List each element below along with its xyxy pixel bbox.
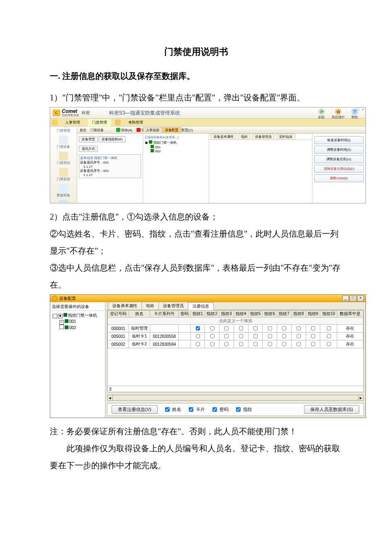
checkbox-icon[interactable] [327,342,331,346]
checkbox-icon[interactable] [297,326,301,330]
checkbox-icon[interactable] [239,342,243,346]
collapse-icon[interactable]: - [53,314,57,318]
tree-tab-device[interactable]: 设备配置 [162,127,181,133]
chip-comm[interactable]: 通讯方式 [79,146,98,152]
col-db[interactable]: 数据库中是 [337,311,363,318]
scroll-right-icon[interactable]: ▸ [358,395,363,401]
btn-adjust-screen[interactable]: 调整设备页面(U) [314,155,364,163]
col-fp9[interactable]: 指纹9 [306,311,320,318]
tab-register-info[interactable]: 注册信息 [188,302,214,310]
table-row[interactable]: 000001临时管理存在 [108,325,363,333]
checkbox-icon[interactable] [224,326,229,330]
add-button[interactable]: 添加(A) [116,128,132,132]
chip-dev-type[interactable]: 设备类型 [79,136,98,142]
checkbox-icon[interactable] [224,342,229,346]
check-pwd[interactable]: 密码 [211,406,229,413]
checkbox-icon[interactable] [59,325,64,329]
checkbox-icon[interactable] [210,334,214,338]
chip-dev-name[interactable]: 设备指纹机M1 [99,136,126,142]
check-card[interactable]: 卡片 [187,406,205,413]
tab-attendance[interactable]: 考勤管理 [124,119,147,126]
col-fp2[interactable]: 指纹2 [205,311,219,318]
checkbox-icon[interactable] [253,342,258,346]
btn-adjust-usb[interactable]: 调整USB(B) [314,174,364,182]
checkbox-icon[interactable] [327,326,331,330]
checkbox-icon[interactable] [165,407,170,412]
checkbox-icon[interactable] [311,342,315,346]
tree-node-001[interactable]: ✓001 [59,318,103,325]
tab-personnel[interactable]: 人事管理 [61,119,84,126]
checkbox-icon[interactable] [282,342,286,346]
save-to-db-button[interactable]: 保存人员至数据库(S) [304,405,359,414]
checkbox-icon[interactable] [282,326,286,330]
tab-basic[interactable]: 设备基本属性 [211,134,236,139]
table-row[interactable]: 005002临时卡20012830584存在 [108,340,363,348]
checkbox-icon[interactable] [268,334,272,338]
breadcrumb-device[interactable]: 门禁设备 [90,128,104,132]
checkbox-icon[interactable] [212,407,217,412]
tab-admin[interactable]: 设备管理员 [158,302,188,310]
sidebar-item-data[interactable]: 数据采集 [57,183,70,198]
scroll-left-icon[interactable]: ◂ [107,395,113,401]
tab-bell[interactable]: 电铃 [141,302,159,310]
close-button[interactable]: × [357,296,364,301]
col-reg[interactable]: 登记号码 [108,311,129,318]
checkbox-icon[interactable] [196,342,200,346]
checkbox-icon[interactable]: ■ [58,314,63,318]
tab-time[interactable]: 定时信息 [276,134,295,139]
col-fp10[interactable]: 指纹10 [320,311,337,318]
tree-node-002[interactable]: 002 [59,325,103,331]
sidebar-item-access-level[interactable]: 门禁类别 [57,151,70,165]
checkbox-icon[interactable] [282,334,286,338]
col-fp7[interactable]: 指纹7 [277,311,292,318]
tree-root[interactable]: -■指纹门禁一体机 [53,312,103,318]
checkbox-icon[interactable] [239,334,243,338]
checkbox-icon[interactable] [189,407,193,412]
checkbox-icon[interactable] [196,326,200,330]
maximize-button[interactable]: □ [350,296,356,301]
checkbox-icon[interactable] [268,342,272,346]
breadcrumb-home[interactable]: 首页 [80,128,86,132]
checkbox-icon[interactable] [224,334,229,338]
checkbox-icon[interactable] [253,334,258,338]
checkbox-icon[interactable] [327,334,331,338]
btn-clear-reg[interactable]: 清除设备注册信息(E) [314,165,364,173]
checkbox-icon[interactable] [297,334,301,338]
col-fp3[interactable]: 指纹3 [219,311,234,318]
tab-basic[interactable]: 设备基本属性 [108,302,142,310]
col-card[interactable]: 卡片系列号 [150,311,179,318]
tree-node-001[interactable]: 001 [151,145,207,149]
tab-bell[interactable]: 电铃 [238,134,251,139]
btn-adjust-time[interactable]: 调整设备时间(S) [314,146,364,154]
sidebar-item-monitor[interactable]: 门禁监控 [57,167,70,181]
col-fp1[interactable]: 指纹1 [190,311,205,318]
refresh-button[interactable]: ⟳刷新 [318,108,325,120]
col-fp5[interactable]: 指纹5 [248,311,263,318]
help-button[interactable]: ?帮助 [351,108,358,120]
checkbox-icon[interactable] [210,326,214,330]
checkbox-icon[interactable] [196,334,200,338]
checkbox-icon[interactable]: ✓ [59,320,64,325]
sidebar-item-device[interactable]: 门禁设备 [57,134,70,149]
tab-access[interactable]: 门禁管理 [88,119,112,127]
col-fp6[interactable]: 指纹6 [263,311,277,318]
sidebar-item-realtime[interactable]: 实时数据 [57,199,70,203]
checkbox-icon[interactable] [268,326,272,330]
checkbox-icon[interactable] [253,326,258,330]
maint-button[interactable]: ✿系统维护 [331,108,345,120]
tree-node-002[interactable]: 002 [151,149,207,153]
checkbox-icon[interactable] [297,342,301,346]
checkbox-icon[interactable] [210,342,214,346]
tree-root[interactable]: ▣ 指纹门禁一体机 [145,140,207,145]
filter-hint-row[interactable]: 点此定义一个筛选 [108,318,363,325]
checkbox-icon[interactable] [236,407,241,412]
check-fp[interactable]: 指纹 [234,406,252,413]
table-row[interactable]: 005001临时卡10012830558存在 [108,333,363,340]
checkbox-icon[interactable] [311,326,315,330]
checkbox-icon[interactable] [311,334,315,338]
col-pwd[interactable]: 密码 [179,311,190,318]
tree-tab-person[interactable]: 人事信息 [143,127,162,133]
btn-restore-time[interactable]: 恢复设备时间(I) [314,136,364,144]
tab-admin[interactable]: 设备管理员 [252,134,275,139]
minimize-button[interactable]: _ [342,296,349,301]
